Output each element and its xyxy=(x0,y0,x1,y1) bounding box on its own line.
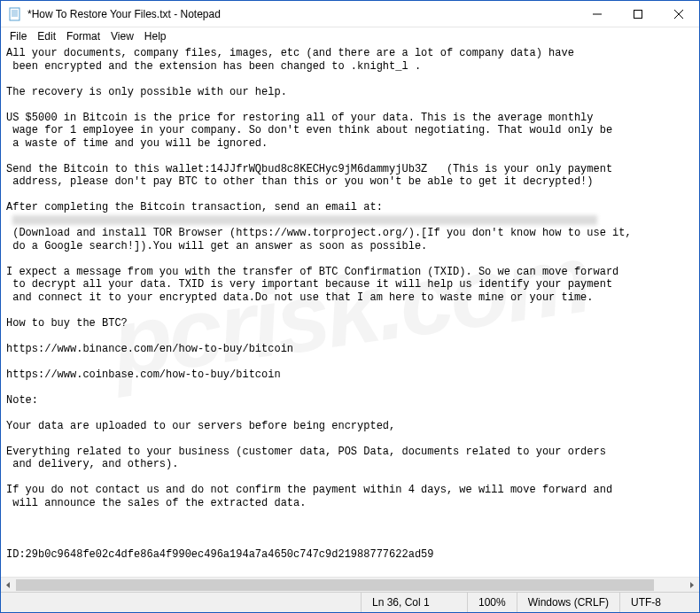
menu-edit[interactable]: Edit xyxy=(32,28,61,44)
maximize-button[interactable] xyxy=(618,1,658,27)
text-line: (Download and install TOR Browser (https… xyxy=(6,227,632,239)
text-line: Note: xyxy=(6,394,38,407)
redacted-email xyxy=(12,215,597,225)
scrollbar-track[interactable] xyxy=(16,578,684,593)
svg-rect-6 xyxy=(634,10,642,18)
text-line: How to buy the BTC? xyxy=(6,317,128,330)
menu-help[interactable]: Help xyxy=(139,28,172,44)
status-encoding: UTF-8 xyxy=(619,593,699,612)
text-line: I expect a message from you with the tra… xyxy=(6,266,618,278)
text-line: All your documents, company files, image… xyxy=(6,47,574,59)
menu-format[interactable]: Format xyxy=(61,28,105,44)
text-line: US $5000 in Bitcoin is the price for res… xyxy=(6,112,594,124)
text-line: to decrypt all your data. TXID is very i… xyxy=(6,278,612,291)
status-line-ending: Windows (CRLF) xyxy=(517,593,619,612)
notepad-window: *How To Restore Your Files.txt - Notepad… xyxy=(0,0,700,613)
status-position: Ln 36, Col 1 xyxy=(361,593,467,612)
text-line: will announce the sales of the extracted… xyxy=(6,497,306,509)
text-line: been encrypted and the extension has bee… xyxy=(6,60,421,73)
menu-view[interactable]: View xyxy=(105,28,139,44)
text-line: ID:29b0c9648fe02c4dfe86a4f990ec496a194a7… xyxy=(6,548,433,561)
minimize-button[interactable] xyxy=(577,1,618,27)
text-line: Everything related to your business (cus… xyxy=(6,446,606,458)
text-line: The recovery is only possible with our h… xyxy=(6,86,287,98)
svg-marker-9 xyxy=(6,582,10,588)
menu-file[interactable]: File xyxy=(4,28,32,44)
window-title: *How To Restore Your Files.txt - Notepad xyxy=(27,8,577,20)
window-controls xyxy=(577,1,699,27)
text-line: After completing the Bitcoin transaction… xyxy=(6,201,383,213)
close-button[interactable] xyxy=(658,1,699,27)
status-zoom: 100% xyxy=(467,593,517,612)
text-line: If you do not contact us and do not conf… xyxy=(6,484,612,496)
text-line: wage for 1 employee in your company. So … xyxy=(6,124,612,136)
titlebar: *How To Restore Your Files.txt - Notepad xyxy=(1,1,699,27)
text-area[interactable]: All your documents, company files, image… xyxy=(1,45,699,577)
menubar: File Edit Format View Help xyxy=(1,27,699,45)
text-line: and delivery, and others). xyxy=(6,458,178,470)
scroll-right-icon[interactable] xyxy=(684,578,699,593)
text-line: Send the Bitcoin to this wallet:14JJfrWQ… xyxy=(6,163,612,175)
text-line: https://www.binance.com/en/how-to-buy/bi… xyxy=(6,343,293,355)
svg-marker-10 xyxy=(690,582,694,588)
text-line: Your data are uploaded to our servers be… xyxy=(6,420,395,432)
text-line: do a Google search!]).You will get an an… xyxy=(6,240,427,252)
horizontal-scrollbar[interactable] xyxy=(1,577,699,592)
text-line: https://www.coinbase.com/how-to-buy/bitc… xyxy=(6,369,281,381)
scroll-left-icon[interactable] xyxy=(1,578,16,593)
text-line: and connect it to your encrypted data.Do… xyxy=(6,291,594,304)
notepad-icon xyxy=(8,7,22,21)
text-line: a waste of time and you will be ignored. xyxy=(6,137,268,150)
statusbar: Ln 36, Col 1 100% Windows (CRLF) UTF-8 xyxy=(1,592,699,612)
scrollbar-thumb[interactable] xyxy=(16,579,654,591)
text-line: address, please don't pay BTC to other t… xyxy=(6,175,594,188)
